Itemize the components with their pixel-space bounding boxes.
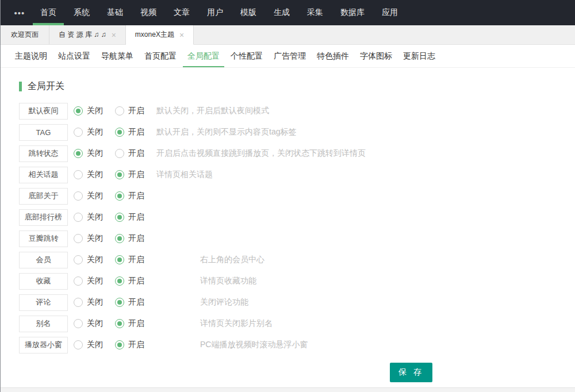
config-tab[interactable]: 特色插件 bbox=[316, 45, 350, 67]
nav-item[interactable]: 应用 bbox=[373, 0, 407, 25]
section-accent-bar bbox=[19, 82, 22, 91]
setting-row: 跳转状态 关闭 开启 开启后点击视频直接跳到播放页，关闭状态下跳转到详情页 bbox=[19, 145, 557, 162]
setting-label: 播放器小窗 bbox=[19, 337, 68, 353]
radio-on-icon bbox=[115, 170, 124, 179]
nav-item[interactable]: 视频 bbox=[132, 0, 165, 25]
radio-off[interactable]: 关闭 bbox=[74, 127, 115, 137]
setting-label-text: 底部关于 bbox=[29, 191, 59, 201]
radio-off-label: 关闭 bbox=[87, 255, 103, 265]
config-tab[interactable]: 字体图标 bbox=[359, 45, 393, 67]
save-row: 保 存 bbox=[19, 363, 557, 382]
radio-off[interactable]: 关闭 bbox=[74, 106, 115, 116]
setting-label-text: 豆瓣跳转 bbox=[29, 233, 59, 244]
radio-off-icon bbox=[74, 255, 83, 264]
window-tab[interactable]: 自 资 源 库 ♫ ♫ × bbox=[49, 25, 126, 44]
radio-off[interactable]: 关闭 bbox=[74, 318, 115, 329]
nav-item[interactable]: 采集 bbox=[298, 0, 332, 25]
config-tab-label: 全局配置 bbox=[187, 51, 220, 62]
setting-row: 默认夜间 关闭 开启 默认关闭，开启后默认夜间模式 bbox=[19, 102, 557, 120]
bottom-scrollbar-track[interactable] bbox=[1, 387, 575, 392]
setting-row: 别名 关闭 开启 详情页关闭影片别名 bbox=[19, 315, 557, 332]
config-tab[interactable]: 导航菜单 bbox=[101, 45, 134, 67]
setting-description: 开启后点击视频直接跳到播放页，关闭状态下跳转到详情页 bbox=[156, 148, 366, 159]
nav-item[interactable]: 首页 bbox=[32, 0, 65, 25]
config-tab[interactable]: 个性配置 bbox=[230, 45, 263, 67]
config-tab[interactable]: 广告管理 bbox=[273, 45, 306, 67]
window-tab[interactable]: mxoneX主题 × bbox=[126, 25, 194, 45]
config-tab[interactable]: 更新日志 bbox=[402, 45, 436, 67]
radio-on[interactable]: 开启 bbox=[115, 233, 156, 244]
nav-item[interactable]: 基础 bbox=[98, 0, 132, 25]
config-tab[interactable]: 全局配置 bbox=[187, 45, 220, 67]
setting-label: TAG bbox=[19, 124, 68, 141]
setting-label-text: 默认夜间 bbox=[29, 106, 59, 116]
section-header: 全局开关 bbox=[19, 80, 557, 93]
radio-off[interactable]: 关闭 bbox=[74, 340, 115, 350]
config-tab[interactable]: 站点设置 bbox=[57, 45, 91, 67]
radio-off-label: 关闭 bbox=[87, 170, 103, 180]
nav-item-label: 文章 bbox=[174, 7, 190, 18]
radio-on-icon bbox=[115, 191, 124, 201]
radio-on[interactable]: 开启 bbox=[115, 255, 156, 265]
config-tab-label: 特色插件 bbox=[317, 51, 349, 62]
setting-description: 详情页相关话题 bbox=[156, 170, 213, 180]
radio-off[interactable]: 关闭 bbox=[74, 276, 115, 286]
radio-on-label: 开启 bbox=[128, 318, 144, 329]
radio-on[interactable]: 开启 bbox=[115, 191, 156, 201]
radio-off[interactable]: 关闭 bbox=[74, 212, 115, 222]
radio-on[interactable]: 开启 bbox=[115, 297, 156, 308]
radio-on[interactable]: 开启 bbox=[115, 170, 156, 180]
radio-on[interactable]: 开启 bbox=[115, 148, 156, 159]
setting-description: 关闭评论功能 bbox=[200, 297, 248, 308]
radio-on[interactable]: 开启 bbox=[115, 318, 156, 329]
radio-on-icon bbox=[115, 128, 124, 137]
nav-item[interactable]: 生成 bbox=[265, 0, 298, 25]
nav-item[interactable]: 系统 bbox=[65, 0, 98, 25]
radio-off[interactable]: 关闭 bbox=[74, 170, 115, 180]
more-menu-icon[interactable]: ••• bbox=[7, 0, 32, 25]
radio-off-icon bbox=[74, 191, 83, 201]
config-tab[interactable]: 主题说明 bbox=[14, 45, 48, 67]
setting-description: 默认开启，关闭则不显示内容页tag标签 bbox=[156, 127, 296, 137]
save-button[interactable]: 保 存 bbox=[390, 363, 432, 382]
setting-label: 默认夜间 bbox=[19, 103, 68, 120]
radio-on[interactable]: 开启 bbox=[115, 276, 156, 286]
radio-on-label: 开启 bbox=[128, 340, 144, 350]
window-tab[interactable]: 欢迎页面 bbox=[1, 25, 49, 44]
nav-item[interactable]: 用户 bbox=[198, 0, 232, 25]
setting-label: 豆瓣跳转 bbox=[19, 230, 68, 247]
setting-label: 相关话题 bbox=[19, 167, 68, 183]
radio-off-label: 关闭 bbox=[87, 106, 103, 116]
radio-on-label: 开启 bbox=[128, 106, 144, 116]
config-tab-label: 站点设置 bbox=[58, 51, 90, 62]
radio-on-label: 开启 bbox=[128, 276, 144, 286]
radio-on-icon bbox=[115, 213, 124, 222]
radio-on-icon bbox=[115, 319, 124, 328]
close-icon[interactable]: × bbox=[179, 31, 184, 39]
setting-label-text: 播放器小窗 bbox=[25, 340, 62, 350]
section-title-text: 全局开关 bbox=[28, 80, 64, 93]
radio-off[interactable]: 关闭 bbox=[74, 297, 115, 308]
nav-item[interactable]: 数据库 bbox=[332, 0, 373, 25]
radio-off[interactable]: 关闭 bbox=[74, 191, 115, 201]
radio-off[interactable]: 关闭 bbox=[74, 255, 115, 265]
setting-label-text: 跳转状态 bbox=[29, 148, 59, 159]
radio-off[interactable]: 关闭 bbox=[74, 148, 115, 159]
config-tab-label: 更新日志 bbox=[403, 51, 435, 62]
close-icon[interactable]: × bbox=[112, 31, 116, 39]
setting-label: 跳转状态 bbox=[19, 145, 68, 162]
config-tab-label: 导航菜单 bbox=[101, 51, 133, 62]
config-tab[interactable]: 首页配置 bbox=[144, 45, 177, 67]
radio-on[interactable]: 开启 bbox=[115, 212, 156, 222]
radio-on-label: 开启 bbox=[128, 191, 144, 201]
nav-item[interactable]: 模版 bbox=[232, 0, 265, 25]
radio-on[interactable]: 开启 bbox=[115, 340, 156, 350]
setting-description: 右上角的会员中心 bbox=[200, 255, 264, 265]
nav-item-label: 采集 bbox=[307, 7, 323, 18]
radio-on[interactable]: 开启 bbox=[115, 127, 156, 137]
radio-on[interactable]: 开启 bbox=[115, 106, 156, 116]
radio-on-icon bbox=[115, 234, 124, 243]
nav-item[interactable]: 文章 bbox=[165, 0, 198, 25]
radio-off[interactable]: 关闭 bbox=[74, 233, 115, 244]
setting-row: 会员 关闭 开启 右上角的会员中心 bbox=[19, 251, 557, 268]
